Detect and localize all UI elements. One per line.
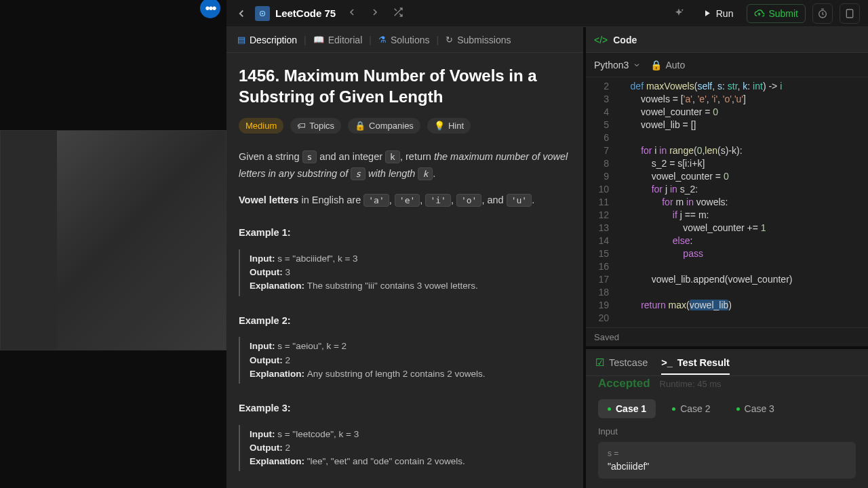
input-s-value: "abciiidef": [608, 461, 649, 472]
plan-icon: [255, 6, 270, 21]
code-editor[interactable]: 234567891011121314151617181920 def maxVo…: [586, 77, 868, 327]
save-status: Saved: [586, 327, 868, 346]
run-button[interactable]: Run: [695, 5, 741, 22]
back-logo[interactable]: [235, 7, 248, 20]
svg-point-1: [262, 12, 263, 14]
tab-description[interactable]: ▤Description: [232, 30, 302, 49]
example-3: Example 3: Input: s = "leetcode", k = 3 …: [239, 400, 571, 471]
case-tab-1[interactable]: Case 1: [598, 399, 656, 418]
code-icon: </>: [594, 35, 608, 45]
webcam-feed: [0, 130, 226, 350]
line-gutter: 234567891011121314151617181920: [586, 77, 616, 327]
top-bar: LeetCode 75 Run Submit: [226, 0, 868, 27]
submit-button[interactable]: Submit: [747, 4, 806, 23]
main-area: LeetCode 75 Run Submit ▤Description: [226, 0, 868, 488]
prev-problem-button[interactable]: [347, 7, 357, 20]
topics-chip[interactable]: 🏷Topics: [290, 118, 341, 134]
left-sidebar: •••: [0, 0, 226, 488]
input-value-box[interactable]: s = "abciiidef": [598, 442, 856, 479]
study-plan-badge[interactable]: LeetCode 75: [255, 6, 336, 21]
lock-icon: 🔒: [355, 121, 366, 131]
lock-icon: 🔒: [650, 60, 662, 70]
test-panel: ☑Testcase >_Test Result Accepted Runtime…: [586, 346, 868, 488]
tab-solutions[interactable]: ⚗Solutions: [373, 30, 435, 49]
problem-title: 1456. Maximum Number of Vowels in a Subs…: [239, 65, 571, 107]
flask-icon: ⚗: [378, 35, 387, 45]
shuffle-button[interactable]: [393, 7, 403, 20]
submit-label: Submit: [768, 8, 798, 19]
notes-button[interactable]: [840, 3, 860, 24]
chevron-down-icon: [633, 61, 641, 69]
svg-point-2: [682, 9, 683, 10]
play-icon: [702, 8, 712, 18]
autocomplete-toggle[interactable]: 🔒 Auto: [650, 60, 685, 70]
book-icon: 📖: [313, 35, 324, 45]
code-header-title: Code: [613, 35, 637, 45]
tag-icon: 🏷: [297, 121, 306, 131]
svg-rect-4: [846, 9, 852, 18]
example-2: Example 2: Input: s = "aeiou", k = 2 Out…: [239, 312, 571, 384]
plan-title: LeetCode 75: [275, 7, 336, 19]
tab-submissions[interactable]: ↻Submissions: [440, 30, 516, 49]
timer-button[interactable]: [812, 3, 833, 24]
ai-assist-button[interactable]: [669, 4, 688, 23]
problem-statement: Given a string s and an integer k, retur…: [239, 148, 571, 488]
hint-chip[interactable]: 💡Hint: [427, 118, 471, 134]
cloud-upload-icon: [754, 8, 764, 18]
status-dot: [736, 407, 740, 411]
companies-chip[interactable]: 🔒Companies: [348, 118, 420, 134]
more-options-button[interactable]: •••: [200, 0, 220, 18]
code-content: def maxVowels(self, s: str, k: int) -> i…: [616, 77, 792, 327]
case-tab-3[interactable]: Case 3: [727, 399, 784, 418]
status-dot: [672, 407, 675, 411]
next-problem-button[interactable]: [370, 7, 380, 20]
result-status: Accepted: [598, 377, 650, 390]
description-icon: ▤: [237, 35, 245, 45]
terminal-icon: >_: [661, 357, 673, 368]
bulb-icon: 💡: [434, 121, 445, 131]
tab-test-result[interactable]: >_Test Result: [661, 357, 730, 375]
code-header: </> Code: [586, 27, 868, 53]
difficulty-chip[interactable]: Medium: [239, 118, 283, 134]
code-panel: </> Code Python3 🔒 Auto 2345678910111213…: [586, 27, 868, 488]
description-tabs: ▤Description | 📖Editorial | ⚗Solutions |…: [226, 27, 583, 53]
description-panel: ▤Description | 📖Editorial | ⚗Solutions |…: [226, 27, 586, 488]
case-tab-2[interactable]: Case 2: [663, 399, 719, 418]
tab-editorial[interactable]: 📖Editorial: [308, 30, 368, 49]
example-1: Example 1: Input: s = "abciiidef", k = 3…: [239, 224, 571, 296]
status-dot: [608, 407, 611, 411]
code-toolbar: Python3 🔒 Auto: [586, 53, 868, 77]
result-runtime: Runtime: 45 ms: [660, 379, 722, 389]
language-selector[interactable]: Python3: [594, 60, 641, 70]
history-icon: ↻: [446, 35, 453, 45]
check-icon: ☑: [595, 357, 604, 368]
tab-testcase[interactable]: ☑Testcase: [595, 357, 648, 368]
run-label: Run: [716, 8, 734, 19]
input-heading: Input: [598, 426, 856, 436]
